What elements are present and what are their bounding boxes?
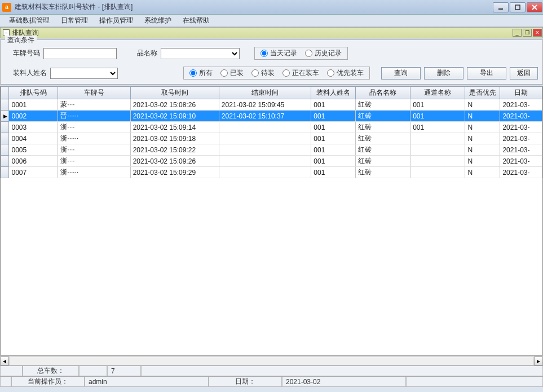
cell[interactable]	[219, 167, 311, 178]
cell[interactable]: 2021-03-02 15:09:14	[130, 122, 219, 133]
cell[interactable]: 2021-03-	[500, 99, 542, 111]
cell[interactable]: 浙······	[58, 133, 130, 144]
column-header[interactable]: 品名名称	[355, 87, 410, 99]
cell[interactable]: 红砖	[355, 156, 410, 167]
window-maximize-button[interactable]	[510, 2, 526, 12]
cell[interactable]: 001	[311, 122, 356, 133]
column-header[interactable]: 日期	[500, 87, 542, 99]
cell[interactable]	[410, 156, 465, 167]
cell[interactable]: 2021-03-	[500, 167, 542, 178]
cell[interactable]	[410, 144, 465, 156]
back-button[interactable]: 返回	[510, 67, 538, 80]
cell[interactable]: 浙····	[58, 156, 130, 167]
delete-button[interactable]: 删除	[424, 67, 463, 80]
product-select[interactable]	[161, 48, 240, 59]
column-header[interactable]: 取号时间	[130, 87, 219, 99]
scroll-track[interactable]	[9, 356, 534, 365]
cell[interactable]: 2021-03-02 15:09:45	[219, 99, 311, 111]
subwindow-minimize-button[interactable]: _	[513, 29, 522, 37]
scroll-right-button[interactable]: ▸	[534, 356, 543, 365]
cell[interactable]: 浙····	[58, 122, 130, 133]
cell[interactable]: N	[465, 111, 500, 122]
menu-item-2[interactable]: 操作员管理	[94, 15, 139, 27]
cell[interactable]: 001	[311, 167, 356, 178]
cell[interactable]: 浙····	[58, 144, 130, 156]
cell[interactable]: 0001	[9, 99, 58, 111]
menu-item-3[interactable]: 系统维护	[139, 15, 177, 27]
export-button[interactable]: 导出	[467, 67, 506, 80]
cell[interactable]: 2021-03-02 15:09:26	[130, 156, 219, 167]
cell[interactable]: 2021-03-	[500, 122, 542, 133]
cell[interactable]: 001	[311, 99, 356, 111]
subwindow-restore-button[interactable]: ❐	[523, 29, 532, 37]
status-all-radio[interactable]: 所有	[189, 68, 213, 78]
column-header[interactable]: 结束时间	[219, 87, 311, 99]
table-row[interactable]: 0001蒙····2021-03-02 15:08:262021-03-02 1…	[1, 99, 542, 111]
column-header[interactable]: 装料人姓名	[311, 87, 356, 99]
cell[interactable]: 红砖	[355, 111, 410, 122]
cell[interactable]	[219, 156, 311, 167]
loader-select[interactable]	[50, 68, 118, 79]
cell[interactable]: 0007	[9, 167, 58, 178]
status-loading-radio[interactable]: 正在装车	[282, 68, 319, 78]
cell[interactable]: 蒙····	[58, 99, 130, 111]
cell[interactable]: 红砖	[355, 167, 410, 178]
cell[interactable]: 2021-03-02 15:08:26	[130, 99, 219, 111]
table-row[interactable]: 0004浙······2021-03-02 15:09:18001红砖N2021…	[1, 133, 542, 144]
column-header[interactable]: 通道名称	[410, 87, 465, 99]
cell[interactable]: 浙······	[58, 167, 130, 178]
column-header[interactable]: 车牌号	[58, 87, 130, 99]
plate-input[interactable]	[43, 48, 117, 59]
column-header[interactable]: 是否优先	[465, 87, 500, 99]
cell[interactable]: N	[465, 167, 500, 178]
cell[interactable]	[410, 133, 465, 144]
cell[interactable]: N	[465, 133, 500, 144]
cell[interactable]: 红砖	[355, 133, 410, 144]
table-row[interactable]: 0007浙······2021-03-02 15:09:29001红砖N2021…	[1, 167, 542, 178]
cell[interactable]: 0003	[9, 122, 58, 133]
cell[interactable]: 红砖	[355, 99, 410, 111]
table-row[interactable]: 0003浙····2021-03-02 15:09:14001红砖001N202…	[1, 122, 542, 133]
column-header[interactable]: 排队号码	[9, 87, 58, 99]
cell[interactable]: 2021-03-	[500, 111, 542, 122]
cell[interactable]: N	[465, 99, 500, 111]
record-history-radio[interactable]: 历史记录	[305, 49, 342, 58]
data-grid[interactable]: 排队号码车牌号取号时间结束时间装料人姓名品名名称通道名称是否优先日期 0001蒙…	[1, 86, 542, 178]
query-button[interactable]: 查询	[381, 67, 421, 80]
window-close-button[interactable]	[527, 2, 542, 12]
table-row[interactable]: ▶0002晋······2021-03-02 15:09:102021-03-0…	[1, 111, 542, 122]
cell[interactable]: 001	[311, 156, 356, 167]
cell[interactable]: N	[465, 122, 500, 133]
cell[interactable]: 0006	[9, 156, 58, 167]
cell[interactable]: 2021-03-02 15:09:29	[130, 167, 219, 178]
cell[interactable]: 0004	[9, 133, 58, 144]
cell[interactable]: 0005	[9, 144, 58, 156]
cell[interactable]: 2021-03-	[500, 156, 542, 167]
record-today-radio[interactable]: 当天记录	[261, 49, 297, 58]
menu-item-4[interactable]: 在线帮助	[177, 15, 215, 27]
cell[interactable]: 2021-03-02 15:09:10	[130, 111, 219, 122]
cell[interactable]: N	[465, 156, 500, 167]
cell[interactable]: 001	[311, 133, 356, 144]
window-minimize-button[interactable]	[493, 2, 509, 12]
cell[interactable]: 2021-03-	[500, 144, 542, 156]
table-row[interactable]: 0006浙····2021-03-02 15:09:26001红砖N2021-0…	[1, 156, 542, 167]
menu-item-1[interactable]: 日常管理	[55, 15, 94, 27]
cell[interactable]: 001	[311, 144, 356, 156]
cell[interactable]: 晋······	[58, 111, 130, 122]
cell[interactable]: 红砖	[355, 144, 410, 156]
subwindow-close-button[interactable]: ✕	[533, 29, 542, 37]
cell[interactable]	[219, 133, 311, 144]
cell[interactable]: 001	[410, 122, 465, 133]
cell[interactable]: 001	[410, 99, 465, 111]
cell[interactable]: 001	[311, 111, 356, 122]
scroll-left-button[interactable]: ◂	[0, 356, 9, 365]
status-priority-radio[interactable]: 优先装车	[327, 68, 364, 78]
horizontal-scrollbar[interactable]: ◂ ▸	[0, 355, 543, 365]
status-loaded-radio[interactable]: 已装	[220, 68, 244, 78]
cell[interactable]: 2021-03-	[500, 133, 542, 144]
cell[interactable]	[410, 167, 465, 178]
cell[interactable]	[219, 144, 311, 156]
cell[interactable]	[219, 122, 311, 133]
cell[interactable]: 0002	[9, 111, 58, 122]
